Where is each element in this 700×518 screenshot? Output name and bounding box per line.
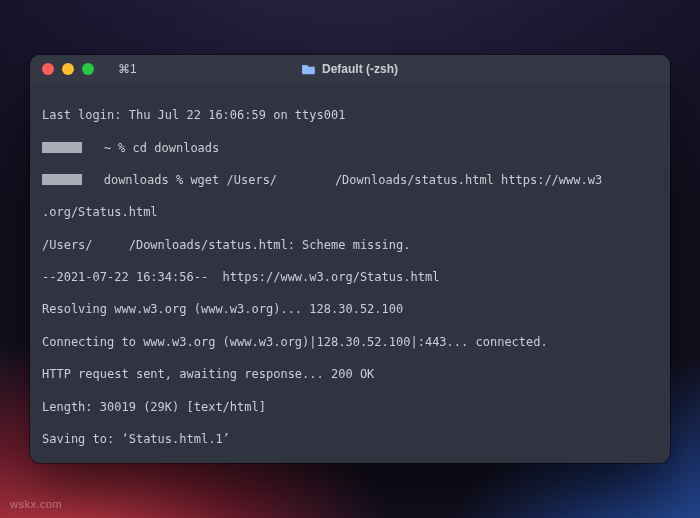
- prompt-line-2: downloads % wget /Users/ /Downloads/stat…: [42, 172, 658, 188]
- folder-icon: [302, 63, 316, 75]
- redacted-user: [42, 174, 82, 185]
- minimize-icon[interactable]: [62, 63, 74, 75]
- window-title: Default (-zsh): [302, 62, 398, 76]
- window-title-text: Default (-zsh): [322, 62, 398, 76]
- watermark: wskx.com: [10, 498, 62, 510]
- titlebar: ⌘1 Default (-zsh): [30, 55, 670, 83]
- http-request-line: HTTP request sent, awaiting response... …: [42, 366, 658, 382]
- close-icon[interactable]: [42, 63, 54, 75]
- scheme-missing-line: /Users/ /Downloads/status.html: Scheme m…: [42, 237, 658, 253]
- prompt-line-2-wrap: .org/Status.html: [42, 204, 658, 220]
- connecting-line: Connecting to www.w3.org (www.w3.org)|12…: [42, 334, 658, 350]
- terminal-window: ⌘1 Default (-zsh) Last login: Thu Jul 22…: [30, 55, 670, 463]
- timestamp-line: --2021-07-22 16:34:56-- https://www.w3.o…: [42, 269, 658, 285]
- resolving-line: Resolving www.w3.org (www.w3.org)... 128…: [42, 301, 658, 317]
- cmd-1: cd downloads: [133, 141, 220, 155]
- tab-shortcut-label: ⌘1: [118, 62, 137, 76]
- redacted-user: [42, 142, 82, 153]
- zoom-icon[interactable]: [82, 63, 94, 75]
- cmd-2: wget /Users/ /Downloads/status.html http…: [190, 173, 602, 187]
- length-line: Length: 30019 (29K) [text/html]: [42, 399, 658, 415]
- saving-line: Saving to: ‘Status.html.1’: [42, 431, 658, 447]
- last-login-line: Last login: Thu Jul 22 16:06:59 on ttys0…: [42, 107, 658, 123]
- terminal-content[interactable]: Last login: Thu Jul 22 16:06:59 on ttys0…: [30, 83, 670, 463]
- prompt-line-1: ~ % cd downloads: [42, 140, 658, 156]
- window-controls: [30, 63, 94, 75]
